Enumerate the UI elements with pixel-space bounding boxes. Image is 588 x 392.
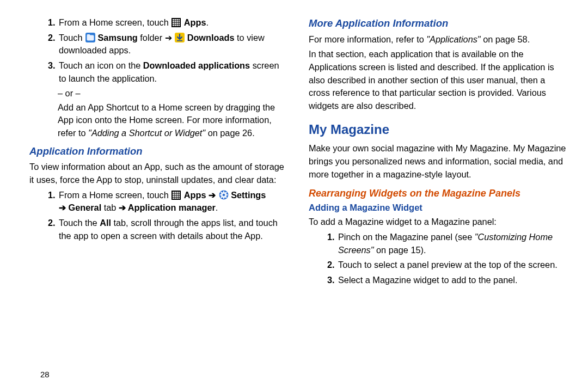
appmgr-label: Application manager (128, 203, 216, 212)
text: tab (101, 203, 119, 212)
all-label: All (100, 218, 111, 228)
svg-rect-1 (173, 19, 174, 21)
svg-rect-26 (179, 192, 180, 193)
apps-label: Apps (184, 190, 206, 200)
list-item: Touch to select a panel preview at the t… (337, 259, 566, 272)
text: folder (140, 33, 164, 42)
text: Touch an icon on the (59, 60, 143, 70)
list-item: Pinch on the Magazine panel (see "Custom… (337, 231, 566, 256)
text: From a Home screen, touch (59, 190, 171, 200)
list-item: Touch the All tab, scroll through the ap… (58, 217, 287, 242)
gear-icon (219, 190, 228, 199)
svg-rect-2 (175, 19, 176, 21)
cross-ref: "Adding a Shortcut or Widget" (88, 128, 205, 138)
svg-rect-24 (175, 192, 176, 193)
downloads-icon (175, 33, 184, 42)
text: on page 26. (205, 128, 255, 138)
body-text: In that section, each application that i… (309, 48, 566, 112)
samsung-folder-icon (85, 33, 95, 42)
settings-label: Settings (231, 190, 266, 200)
svg-rect-30 (179, 193, 180, 195)
svg-rect-27 (173, 193, 174, 195)
heading-more-application-information: More Application Information (309, 16, 566, 31)
svg-rect-32 (175, 195, 176, 197)
svg-rect-16 (179, 25, 180, 26)
apps-label: Apps (184, 17, 206, 27)
svg-point-41 (222, 193, 225, 196)
svg-rect-21 (177, 40, 182, 41)
cross-ref: "Applications" (426, 34, 480, 44)
arrow-icon: ➔ (59, 203, 69, 212)
svg-rect-9 (173, 23, 174, 24)
downloads-label: Downloads (187, 33, 235, 42)
svg-rect-34 (179, 195, 180, 197)
svg-rect-15 (177, 25, 179, 26)
text: Select a Magazine widget to add to the p… (338, 275, 517, 285)
arrow-icon: ➔ (206, 190, 218, 200)
body-text: Make your own social magazine with My Ma… (309, 142, 566, 181)
shortcut-note: Add an App Shortcut to a Home screen by … (58, 101, 287, 140)
svg-rect-38 (179, 197, 180, 198)
svg-rect-37 (177, 197, 179, 198)
arrow-icon: ➔ (165, 33, 172, 42)
svg-rect-5 (173, 21, 174, 23)
svg-rect-13 (173, 25, 174, 26)
svg-rect-35 (173, 197, 174, 198)
arrow-icon: ➔ (119, 203, 128, 212)
general-label: General (69, 203, 102, 212)
svg-rect-12 (179, 23, 180, 24)
text: Touch (59, 33, 85, 42)
svg-rect-29 (177, 193, 179, 195)
svg-rect-11 (177, 23, 179, 24)
left-column: From a Home screen, touch Apps. Touch Sa… (29, 16, 287, 381)
text: on page 15). (374, 245, 426, 255)
text: on page 58. (481, 34, 530, 44)
svg-rect-31 (173, 195, 174, 197)
svg-rect-28 (175, 193, 176, 195)
heading-adding-magazine-widget: Adding a Magazine Widget (309, 201, 566, 215)
text: . (206, 17, 209, 27)
svg-rect-25 (177, 192, 179, 193)
steps-list-3: Pinch on the Magazine panel (see "Custom… (309, 231, 566, 287)
samsung-label: Samsung (98, 33, 138, 42)
svg-rect-6 (175, 21, 176, 23)
text: . (216, 203, 218, 212)
list-item: Touch an icon on the Downloaded applicat… (58, 59, 287, 85)
body-text: To view information about an App, such a… (29, 161, 287, 186)
text: Pinch on the Magazine panel (see (338, 232, 475, 242)
svg-rect-14 (175, 25, 176, 26)
list-item: From a Home screen, touch Apps ➔ Setting… (58, 189, 287, 215)
list-item: Select a Magazine widget to add to the p… (337, 274, 566, 287)
heading-application-information: Application Information (29, 144, 287, 159)
svg-rect-23 (173, 192, 174, 193)
manual-page: From a Home screen, touch Apps. Touch Sa… (0, 0, 588, 392)
heading-rearranging-widgets: Rearranging Widgets on the Magazine Pane… (309, 186, 566, 200)
svg-rect-3 (177, 19, 179, 21)
text: For more information, refer to (309, 34, 426, 44)
page-number: 28 (40, 370, 50, 379)
svg-rect-4 (179, 19, 180, 21)
right-column: More Application Information For more in… (309, 16, 566, 381)
svg-rect-36 (175, 197, 176, 198)
list-item: Touch Samsung folder ➔ Downloads to view… (58, 32, 287, 57)
steps-list-2: From a Home screen, touch Apps ➔ Setting… (29, 189, 287, 243)
apps-grid-icon (171, 18, 181, 27)
text: Touch the (59, 218, 100, 228)
steps-list-1: From a Home screen, touch Apps. Touch Sa… (29, 16, 287, 85)
or-divider: – or – (58, 87, 287, 100)
text: From a Home screen, touch (59, 17, 171, 27)
svg-rect-19 (87, 34, 90, 36)
apps-grid-icon (171, 191, 181, 200)
svg-rect-7 (177, 21, 179, 23)
list-item: From a Home screen, touch Apps. (58, 16, 287, 29)
svg-rect-8 (179, 21, 180, 23)
body-text: To add a Magazine widget to a Magazine p… (309, 216, 566, 229)
text: Touch to select a panel preview at the t… (338, 260, 558, 270)
more-info-line: For more information, refer to "Applicat… (309, 33, 566, 46)
svg-rect-33 (177, 195, 179, 197)
heading-my-magazine: My Magazine (309, 120, 566, 139)
bold-text: Downloaded applications (143, 60, 250, 70)
svg-rect-10 (175, 23, 176, 24)
